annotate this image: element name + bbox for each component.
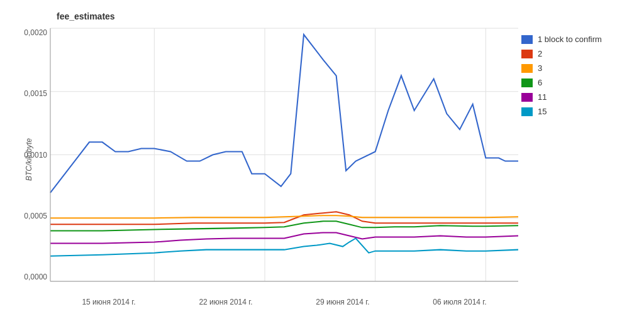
x-axis-labels: 15 июня 2014 г. 22 июня 2014 г. 29 июня … [50, 298, 518, 306]
legend-item-4: 6 [521, 78, 631, 87]
y-label-1: 0,0015 [24, 89, 47, 98]
chart-container: fee_estimates BTC/kilobyte 0,0020 0,0015… [0, 0, 644, 319]
chart-title: fee_estimates [57, 11, 115, 21]
legend: 1 block to confirm 2 3 6 11 15 [521, 35, 631, 121]
legend-label-2: 2 [538, 49, 542, 58]
y-label-4: 0,0000 [24, 273, 47, 281]
legend-color-6 [521, 107, 533, 116]
y-label-2: 0,0010 [24, 151, 47, 160]
chart-svg [50, 28, 518, 281]
legend-item-3: 3 [521, 63, 631, 73]
legend-item-5: 11 [521, 92, 631, 102]
x-label-3: 06 июля 2014 г. [433, 298, 486, 306]
x-label-1: 22 июня 2014 г. [199, 298, 252, 306]
legend-label-4: 6 [538, 78, 542, 87]
line-purple [50, 232, 518, 243]
y-label-3: 0,0005 [24, 212, 47, 220]
y-axis-labels: 0,0020 0,0015 0,0010 0,0005 0,0000 [6, 28, 50, 281]
line-teal [50, 238, 518, 256]
legend-label-3: 3 [538, 63, 542, 73]
legend-item-6: 15 [521, 107, 631, 116]
legend-label-5: 11 [538, 92, 547, 102]
legend-color-1 [521, 35, 533, 44]
line-blue [50, 35, 518, 193]
chart-drawing-area [50, 28, 518, 281]
line-orange [50, 215, 518, 218]
legend-label-1: 1 block to confirm [538, 35, 602, 44]
x-label-0: 15 июня 2014 г. [82, 298, 135, 306]
legend-color-4 [521, 78, 533, 87]
x-label-2: 29 июня 2014 г. [316, 298, 369, 306]
legend-label-6: 15 [538, 107, 547, 116]
legend-color-5 [521, 93, 533, 102]
y-label-0: 0,0020 [24, 28, 47, 37]
legend-item-2: 2 [521, 49, 631, 58]
legend-color-3 [521, 64, 533, 73]
legend-item-1: 1 block to confirm [521, 35, 631, 44]
legend-color-2 [521, 50, 533, 58]
